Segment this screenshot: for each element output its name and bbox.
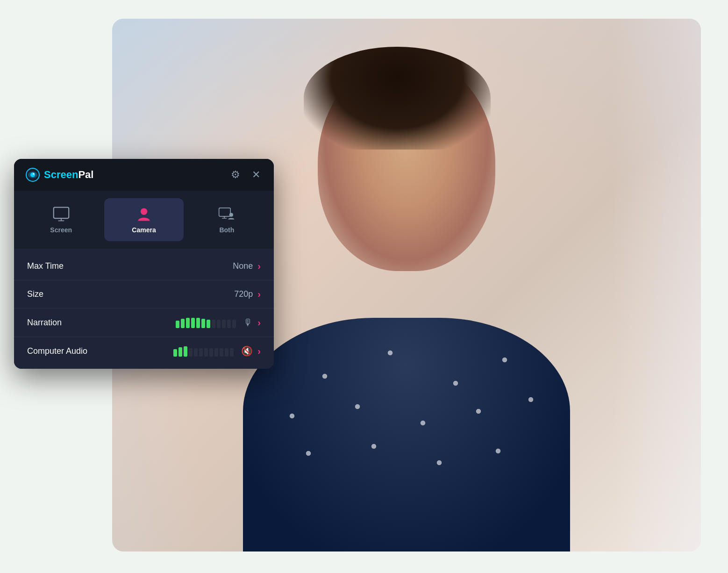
svg-point-2 bbox=[30, 172, 35, 177]
logo-text: ScreenPal bbox=[44, 169, 93, 181]
size-chevron: › bbox=[257, 289, 261, 300]
panel-header: ScreenPal ⚙ ✕ bbox=[14, 159, 274, 191]
screenpal-logo-icon bbox=[25, 167, 40, 182]
ca-vol-bar-6 bbox=[199, 348, 203, 357]
max-time-row[interactable]: Max Time None › bbox=[14, 252, 274, 280]
header-actions: ⚙ ✕ bbox=[229, 168, 263, 181]
ca-vol-bar-8 bbox=[209, 348, 213, 357]
tab-both-label: Both bbox=[219, 226, 234, 234]
vol-bar-12 bbox=[232, 320, 236, 328]
ca-vol-bar-4 bbox=[189, 348, 193, 357]
tab-camera-label: Camera bbox=[132, 226, 156, 234]
logo-area: ScreenPal bbox=[25, 167, 93, 182]
computer-audio-chevron: › bbox=[257, 346, 261, 357]
vol-bar-5 bbox=[196, 318, 200, 328]
both-icon bbox=[218, 206, 235, 222]
ca-vol-bar-2 bbox=[178, 347, 182, 357]
screen-icon bbox=[53, 206, 70, 222]
tab-screen-label: Screen bbox=[50, 226, 72, 234]
logo-screen: Screen bbox=[44, 169, 78, 180]
ca-vol-bar-11 bbox=[225, 348, 228, 357]
computer-audio-row[interactable]: Computer Audio 🔇 › bbox=[14, 337, 274, 365]
vol-bar-3 bbox=[186, 318, 190, 328]
max-time-chevron: › bbox=[257, 261, 261, 272]
vol-bar-8 bbox=[212, 320, 215, 328]
vol-bar-7 bbox=[207, 320, 210, 328]
narration-volume-bars bbox=[176, 317, 236, 328]
computer-audio-label: Computer Audio bbox=[27, 346, 111, 356]
svg-rect-4 bbox=[53, 208, 68, 218]
tab-screen[interactable]: Screen bbox=[21, 198, 100, 241]
size-value: 720p bbox=[234, 289, 253, 299]
ca-vol-bar-12 bbox=[230, 348, 234, 357]
vol-bar-10 bbox=[222, 320, 226, 328]
narration-label: Narration bbox=[27, 318, 111, 328]
size-row[interactable]: Size 720p › bbox=[14, 280, 274, 308]
svg-point-3 bbox=[33, 173, 35, 175]
tab-both[interactable]: Both bbox=[187, 198, 266, 241]
svg-point-13 bbox=[229, 213, 233, 217]
narration-value-area: 🎙 › bbox=[111, 317, 261, 328]
ca-vol-bar-10 bbox=[220, 348, 223, 357]
narration-chevron: › bbox=[257, 317, 261, 328]
vol-bar-4 bbox=[191, 318, 195, 328]
screenpal-panel: ScreenPal ⚙ ✕ Screen Camera bbox=[14, 159, 274, 369]
narration-row[interactable]: Narration 🎙 › bbox=[14, 308, 274, 337]
vol-bar-9 bbox=[217, 320, 221, 328]
vol-bar-1 bbox=[176, 321, 179, 328]
settings-area: Max Time None › Size 720p › Narration bbox=[14, 249, 274, 369]
speaker-icon: 🔇 bbox=[241, 345, 253, 357]
ca-vol-bar-5 bbox=[194, 348, 198, 357]
ca-vol-bar-3 bbox=[184, 346, 187, 357]
ca-vol-bar-7 bbox=[204, 348, 208, 357]
close-button[interactable]: ✕ bbox=[250, 168, 263, 181]
max-time-value: None bbox=[233, 261, 253, 271]
vol-bar-2 bbox=[181, 319, 185, 328]
vol-bar-6 bbox=[201, 319, 205, 328]
camera-person-icon bbox=[136, 206, 152, 222]
computer-audio-value-area: 🔇 › bbox=[111, 345, 261, 357]
mode-tabs: Screen Camera Both bbox=[14, 191, 274, 249]
svg-point-8 bbox=[141, 208, 147, 215]
size-value-area: 720p › bbox=[111, 289, 261, 300]
max-time-value-area: None › bbox=[111, 261, 261, 272]
mic-icon: 🎙 bbox=[243, 317, 253, 328]
computer-audio-volume-bars bbox=[173, 345, 234, 357]
settings-button[interactable]: ⚙ bbox=[229, 168, 242, 181]
logo-pal: Pal bbox=[78, 169, 93, 180]
ca-vol-bar-1 bbox=[173, 349, 177, 357]
size-label: Size bbox=[27, 289, 111, 299]
max-time-label: Max Time bbox=[27, 261, 111, 271]
vol-bar-11 bbox=[227, 320, 231, 328]
tab-camera[interactable]: Camera bbox=[104, 198, 183, 241]
svg-rect-9 bbox=[219, 208, 231, 216]
ca-vol-bar-9 bbox=[214, 348, 218, 357]
